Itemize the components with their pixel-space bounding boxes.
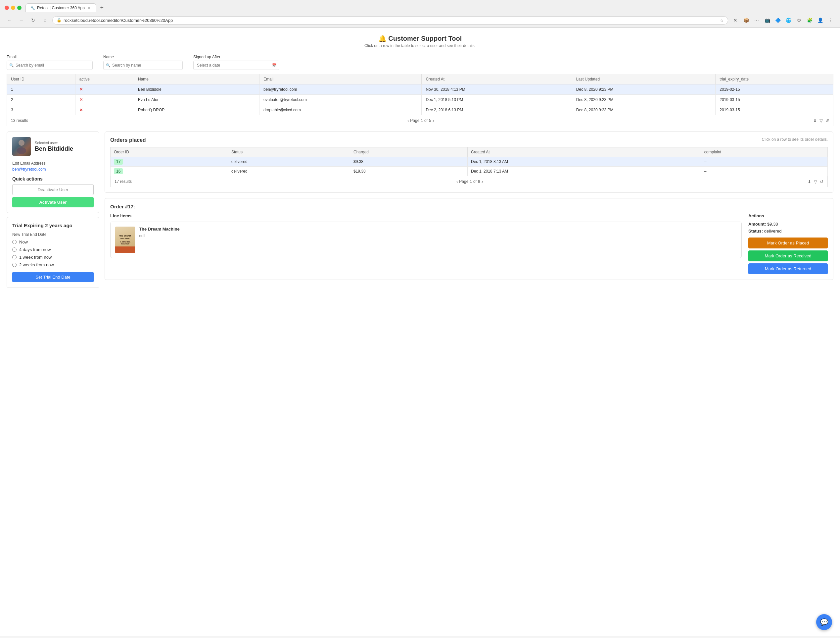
date-search-label: Signed up After xyxy=(193,55,279,59)
active-tab[interactable]: 🔧 Retool | Customer 360 App × xyxy=(25,3,96,12)
cell-trial: 2019-03-15 xyxy=(715,105,834,115)
date-search-input[interactable] xyxy=(193,61,279,70)
orders-download-icon[interactable]: ⬇ xyxy=(808,179,811,184)
close-window-button[interactable] xyxy=(5,6,9,10)
email-search-group: Email 🔍 xyxy=(6,55,99,70)
extension-icon-3[interactable]: ⋯ xyxy=(752,16,761,25)
orders-header: Orders placed Click on a row to see its … xyxy=(110,137,828,143)
profile-icon[interactable]: 👤 xyxy=(816,16,825,25)
trial-radio-4days[interactable] xyxy=(12,247,17,252)
order-cell-id: 16 xyxy=(111,166,228,176)
book-cover-author: M. MITCHELL WALDROP xyxy=(117,241,133,245)
extension-icon-2[interactable]: 📦 xyxy=(741,16,751,25)
orders-prev-page[interactable]: ‹ xyxy=(456,179,458,184)
browser-toolbar-icons: ✕ 📦 ⋯ 📺 🔷 🌐 ⚙ 🧩 👤 ⋮ xyxy=(731,16,835,25)
extension-icon-7[interactable]: ⚙ xyxy=(794,16,804,25)
prev-page-button[interactable]: ‹ xyxy=(407,118,409,123)
orders-current-page: 1 xyxy=(470,179,472,184)
extension-icon-1[interactable]: ✕ xyxy=(731,16,740,25)
address-bar[interactable]: 🔒 rocksetcloud.retool.com/editor/Custome… xyxy=(52,16,728,25)
col-last-updated: Last Updated xyxy=(572,74,715,84)
cell-email: evaluator@tryretool.com xyxy=(259,95,422,105)
trial-radio-2weeks[interactable] xyxy=(12,263,17,267)
order-cell-status: delivered xyxy=(228,157,350,166)
orders-of-label: of xyxy=(473,179,477,184)
mark-order-returned-button[interactable]: Mark Order as Returned xyxy=(748,263,828,274)
results-count: 13 results xyxy=(11,118,28,123)
table-row[interactable]: 3 ✕ Robert') DROP — droptable@xkcd.com D… xyxy=(7,105,834,115)
deactivate-user-button[interactable]: Deactivate User xyxy=(12,184,94,195)
trial-radio-1week[interactable] xyxy=(12,255,17,260)
cell-name: Eva Lu Ator xyxy=(134,95,259,105)
trial-option-2weeks[interactable]: 2 weeks from now xyxy=(12,262,94,268)
cell-id: 1 xyxy=(7,84,76,95)
chat-icon: 💬 xyxy=(820,618,828,626)
status-value: delivered xyxy=(764,229,782,234)
svg-point-0 xyxy=(19,140,24,146)
mark-order-received-button[interactable]: Mark Order as Received xyxy=(748,250,828,261)
forward-button[interactable]: → xyxy=(17,16,26,25)
page-subtitle: Click on a row in the table to select a … xyxy=(6,43,834,48)
minimize-window-button[interactable] xyxy=(11,6,15,10)
refresh-icon[interactable]: ↺ xyxy=(826,118,829,123)
trial-option-2weeks-label: 2 weeks from now xyxy=(19,262,54,268)
cell-updated: Dec 8, 2020 9:23 PM xyxy=(572,84,715,95)
back-button[interactable]: ← xyxy=(5,16,14,25)
cell-created: Nov 30, 2018 4:13 PM xyxy=(422,84,572,95)
home-button[interactable]: ⌂ xyxy=(40,16,50,25)
trial-radio-group: Now 4 days from now 1 week from now 2 we… xyxy=(12,239,94,268)
quick-actions-label: Quick actions xyxy=(12,176,94,182)
order-row[interactable]: 17 delivered $9.38 Dec 1, 2018 8:13 AM – xyxy=(111,157,828,166)
user-card-header: Selected user: Ben Bitdiddle xyxy=(12,137,94,156)
mark-order-placed-button[interactable]: Mark Order as Placed xyxy=(748,237,828,249)
chat-widget[interactable]: 💬 xyxy=(816,614,832,630)
cell-email: ben@tryretool.com xyxy=(259,84,422,95)
table-row[interactable]: 1 ✕ Ben Bitdiddle ben@tryretool.com Nov … xyxy=(7,84,834,95)
next-page-button[interactable]: › xyxy=(433,118,434,123)
maximize-window-button[interactable] xyxy=(17,6,22,10)
menu-icon[interactable]: ⋮ xyxy=(826,16,835,25)
orders-filter-icon[interactable]: ▽ xyxy=(814,179,817,184)
table-row[interactable]: 2 ✕ Eva Lu Ator evaluator@tryretool.com … xyxy=(7,95,834,105)
trial-date-label: New Trial End Date xyxy=(12,232,94,237)
trial-radio-now[interactable] xyxy=(12,240,17,244)
cell-updated: Dec 8, 2020 9:23 PM xyxy=(572,95,715,105)
name-search-group: Name 🔍 xyxy=(103,55,189,70)
cell-active: ✕ xyxy=(75,95,134,105)
cell-active: ✕ xyxy=(75,105,134,115)
order-cell-id: 17 xyxy=(111,157,228,166)
orders-refresh-icon[interactable]: ↺ xyxy=(820,179,823,184)
traffic-lights xyxy=(5,6,22,10)
users-table-container: User ID active Name Email Created At Las… xyxy=(6,74,834,126)
orders-total-pages: 9 xyxy=(478,179,480,184)
trial-card: Trial Expiring 2 years ago New Trial End… xyxy=(6,217,99,288)
tab-close-button[interactable]: × xyxy=(87,6,92,10)
set-trial-end-date-button[interactable]: Set Trial End Date xyxy=(12,272,94,282)
amount-field: Amount: $9.38 xyxy=(748,222,828,226)
filter-icon[interactable]: ▽ xyxy=(819,118,823,123)
name-search-input[interactable] xyxy=(103,61,183,70)
cell-name: Ben Bitdiddle xyxy=(134,84,259,95)
orders-next-page[interactable]: › xyxy=(482,179,483,184)
activate-user-button[interactable]: Activate User xyxy=(12,197,94,207)
new-tab-button[interactable]: + xyxy=(98,4,106,12)
browser-titlebar: 🔧 Retool | Customer 360 App × + xyxy=(0,0,840,14)
order-row[interactable]: 16 delivered $19.38 Dec 1, 2018 7:13 AM … xyxy=(111,166,828,176)
trial-option-now[interactable]: Now xyxy=(12,239,94,244)
extension-icon-8[interactable]: 🧩 xyxy=(805,16,814,25)
download-icon[interactable]: ⬇ xyxy=(813,118,817,123)
extension-icon-5[interactable]: 🔷 xyxy=(773,16,782,25)
extension-icon-4[interactable]: 📺 xyxy=(763,16,772,25)
user-email[interactable]: ben@tryretool.com xyxy=(12,167,94,172)
order-cell-charged: $9.38 xyxy=(350,157,468,166)
name-search-label: Name xyxy=(103,55,189,59)
order-detail-card: Order #17: Line Items THE DREAM MACHINE … xyxy=(104,198,834,280)
trial-option-1week[interactable]: 1 week from now xyxy=(12,255,94,260)
order-detail-body: Line Items THE DREAM MACHINE M. MITCHELL… xyxy=(110,213,828,274)
orders-card: Orders placed Click on a row to see its … xyxy=(104,131,834,193)
reload-button[interactable]: ↻ xyxy=(28,16,38,25)
status-bar: queries completed. xyxy=(0,636,840,638)
trial-option-4days[interactable]: 4 days from now xyxy=(12,247,94,252)
extension-icon-6[interactable]: 🌐 xyxy=(784,16,793,25)
email-search-input[interactable] xyxy=(6,61,93,70)
